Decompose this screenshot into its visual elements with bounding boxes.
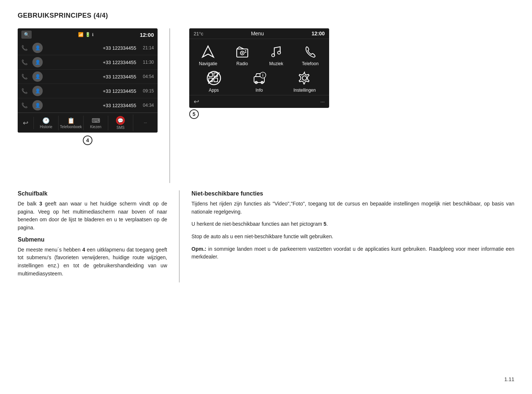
menu-grid-row1: Navigatie: [189, 39, 329, 68]
call-number-5: +33 122334455: [43, 103, 141, 108]
call-row-1: 📞 👤 +33 122334455 21:14: [18, 41, 158, 55]
svg-rect-6: [245, 50, 246, 51]
call-time-3: 04:54: [141, 74, 154, 79]
phone-screen: 🔍 📶 🔋 ℹ 12:00 3: [18, 28, 158, 133]
phone-time: 12:00: [140, 32, 154, 38]
muziek-label: Muziek: [269, 61, 283, 66]
avatar-2: 👤: [32, 57, 43, 67]
telefoon-label: Telefoon: [302, 61, 318, 66]
menu-item-muziek[interactable]: Muziek: [260, 43, 292, 66]
menu-time: 12:00: [311, 31, 325, 36]
phonebook-button[interactable]: 📋 Telefoonboek: [59, 116, 83, 130]
dial-icon: ⌨: [92, 117, 100, 124]
radio-label: Radio: [236, 61, 248, 66]
niet-beschikbaar-text: Tijdens het rijden zijn functies als "Vi…: [191, 200, 514, 216]
annotation-4: 4: [83, 136, 92, 145]
call-time-4: 09:15: [141, 88, 154, 94]
menu-grid-row2: Apps i: [189, 68, 329, 95]
settings-icon: [296, 70, 313, 86]
pictogram-text: U herkent de niet-beschikbaar functies a…: [191, 220, 514, 228]
call-number-3: +33 122334455: [43, 74, 141, 80]
svg-text:i: i: [263, 73, 264, 77]
menu-more-button[interactable]: ···: [320, 99, 325, 105]
schuifbalk-text: De balk 3 geeft aan waar u het huidige s…: [18, 200, 167, 232]
call-row-3: 📞 👤 +33 122334455 04:54: [18, 70, 158, 84]
call-time-2: 11:30: [141, 60, 154, 65]
signal-icon: 📶: [78, 32, 84, 37]
sms-icon: 💬: [116, 116, 125, 125]
call-icon-1: 📞: [21, 44, 29, 52]
call-icon-3: 📞: [21, 73, 29, 81]
apps-label: Apps: [209, 88, 219, 93]
nav-label: Navigatie: [199, 61, 217, 66]
sms-label: SMS: [117, 126, 125, 130]
svg-point-9: [278, 51, 281, 54]
radio-icon: [234, 43, 250, 60]
dial-button[interactable]: ⌨ Kiezen: [84, 116, 108, 130]
section-divider: [179, 190, 180, 282]
info-icon: i: [251, 70, 267, 86]
call-icon-5: 📞: [21, 101, 29, 109]
menu-screen-wrapper: 21°c Menu 12:00 Navigatie: [189, 28, 329, 119]
menu-item-apps[interactable]: Apps: [192, 70, 235, 93]
niet-beschikbaar-heading: Niet-beschikbare functies: [191, 190, 514, 197]
call-row-4: 📞 👤 +33 122334455 09:15: [18, 84, 158, 98]
history-icon: 🕐: [42, 117, 50, 124]
apps-icon: [206, 70, 222, 86]
svg-rect-13: [214, 78, 218, 82]
menu-item-navigatie[interactable]: Navigatie: [192, 43, 224, 66]
page-title: GEBRUIKSPRINCIPES (4/4): [18, 12, 514, 20]
dial-label: Kiezen: [90, 125, 102, 129]
menu-footer: ↩ ···: [189, 95, 329, 108]
menu-temp: 21°c: [194, 31, 203, 36]
avatar-5: 👤: [32, 100, 43, 110]
menu-item-instellingen[interactable]: Instellingen: [283, 70, 326, 93]
phone-footer: ↩ 🕐 Historie 📋 Telefoonboek ⌨ Kiezen 💬: [18, 113, 158, 133]
svg-point-3: [242, 52, 243, 54]
annotation-4-area: 4: [18, 136, 158, 145]
call-list: 📞 👤 +33 122334455 21:14 📞 👤 +33 12233445…: [18, 41, 158, 113]
menu-item-info[interactable]: i Info: [237, 70, 281, 93]
battery-icon: 🔋: [85, 32, 91, 37]
vertical-divider: [169, 28, 170, 183]
svg-rect-7: [245, 52, 246, 53]
submenu-heading: Submenu: [18, 236, 167, 243]
call-icon-2: 📞: [21, 58, 29, 66]
sms-button[interactable]: 💬 SMS: [108, 115, 133, 131]
nav-icon: [200, 43, 216, 60]
more-icon: ···: [144, 121, 147, 125]
annotation-5-area: 5: [189, 109, 329, 119]
page-number: 1.11: [504, 376, 514, 382]
more-button[interactable]: ···: [133, 119, 158, 126]
back-button[interactable]: ↩: [18, 117, 34, 129]
history-button[interactable]: 🕐 Historie: [34, 116, 59, 130]
history-label: Historie: [40, 125, 52, 129]
opm-text: Opm.: in sommige landen moet u de parkee…: [191, 245, 514, 261]
menu-item-telefoon[interactable]: Telefoon: [295, 43, 327, 66]
call-icon-4: 📞: [21, 87, 29, 95]
screens-row: 🔍 📶 🔋 ℹ 12:00 3: [18, 28, 514, 183]
phonebook-label: Telefoonboek: [60, 125, 82, 129]
menu-title: Menu: [203, 31, 311, 36]
phone-header-left: 🔍: [21, 31, 32, 39]
phone-screen-wrapper: 🔍 📶 🔋 ℹ 12:00 3: [18, 28, 158, 151]
search-icon: 🔍: [21, 31, 32, 39]
menu-back-button[interactable]: ↩: [194, 98, 199, 106]
phone-icon: [302, 43, 318, 60]
phone-header: 🔍 📶 🔋 ℹ 12:00 3: [18, 28, 158, 41]
phone-header-icons: 📶 🔋 ℹ: [78, 32, 94, 37]
avatar-1: 👤: [32, 43, 43, 53]
schuifbalk-heading: Schuifbalk: [18, 190, 167, 197]
menu-item-radio[interactable]: Radio: [226, 43, 258, 66]
call-number-2: +33 122334455: [43, 60, 141, 65]
info-label: Info: [256, 88, 263, 93]
svg-marker-0: [202, 46, 214, 57]
svg-point-21: [302, 76, 307, 80]
call-row-5: 📞 👤 +33 122334455 04:34: [18, 98, 158, 113]
call-number-1: +33 122334455: [43, 45, 141, 51]
menu-screen: 21°c Menu 12:00 Navigatie: [189, 28, 329, 108]
menu-header: 21°c Menu 12:00: [189, 28, 329, 39]
info-icon-small: ℹ: [92, 32, 94, 37]
section-left: Schuifbalk De balk 3 geeft aan waar u he…: [18, 190, 176, 282]
stop-text: Stop de auto als u een niet-beschikbare …: [191, 233, 514, 241]
